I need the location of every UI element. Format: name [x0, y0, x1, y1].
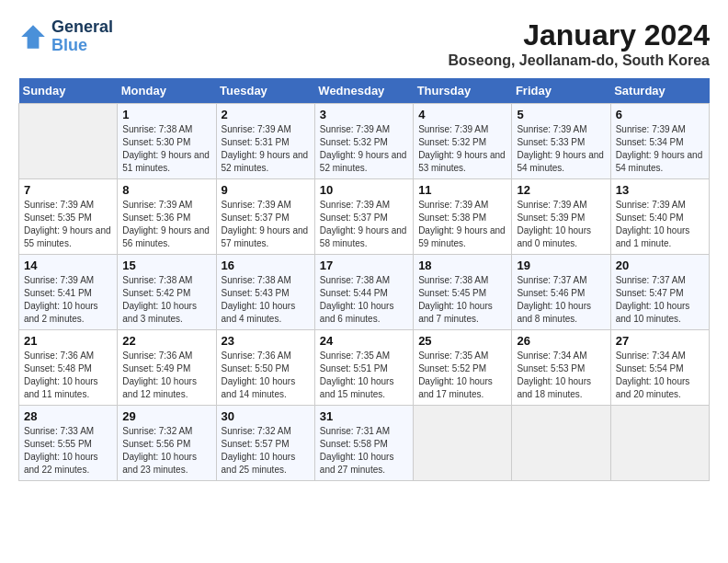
day-number: 12 [517, 183, 605, 197]
calendar-cell: 16Sunrise: 7:38 AM Sunset: 5:43 PM Dayli… [216, 255, 314, 330]
day-detail: Sunrise: 7:39 AM Sunset: 5:33 PM Dayligh… [517, 123, 605, 175]
calendar-cell: 3Sunrise: 7:39 AM Sunset: 5:32 PM Daylig… [314, 104, 413, 179]
day-number: 22 [122, 334, 210, 348]
calendar-cell: 27Sunrise: 7:34 AM Sunset: 5:54 PM Dayli… [610, 330, 709, 406]
day-detail: Sunrise: 7:36 AM Sunset: 5:50 PM Dayligh… [222, 350, 310, 401]
calendar-cell: 25Sunrise: 7:35 AM Sunset: 5:52 PM Dayli… [414, 330, 512, 406]
calendar-cell [512, 406, 610, 481]
day-detail: Sunrise: 7:39 AM Sunset: 5:32 PM Dayligh… [418, 123, 506, 175]
day-detail: Sunrise: 7:37 AM Sunset: 5:47 PM Dayligh… [616, 274, 704, 326]
day-detail: Sunrise: 7:32 AM Sunset: 5:57 PM Dayligh… [222, 425, 310, 477]
logo: General Blue [18, 18, 113, 55]
calendar-cell [414, 406, 512, 481]
calendar-cell: 30Sunrise: 7:32 AM Sunset: 5:57 PM Dayli… [216, 406, 314, 481]
day-number: 18 [418, 259, 506, 272]
day-number: 29 [122, 409, 210, 423]
day-number: 31 [320, 409, 408, 423]
day-number: 4 [418, 108, 506, 121]
day-number: 2 [222, 108, 310, 121]
calendar-cell: 17Sunrise: 7:38 AM Sunset: 5:44 PM Dayli… [314, 255, 413, 330]
day-detail: Sunrise: 7:38 AM Sunset: 5:42 PM Dayligh… [122, 274, 210, 326]
calendar-week-row: 28Sunrise: 7:33 AM Sunset: 5:55 PM Dayli… [19, 406, 710, 481]
calendar-cell: 10Sunrise: 7:39 AM Sunset: 5:37 PM Dayli… [314, 179, 413, 255]
calendar-cell: 23Sunrise: 7:36 AM Sunset: 5:50 PM Dayli… [216, 330, 314, 406]
day-number: 24 [320, 334, 408, 348]
calendar-cell: 15Sunrise: 7:38 AM Sunset: 5:42 PM Dayli… [118, 255, 216, 330]
calendar-week-row: 14Sunrise: 7:39 AM Sunset: 5:41 PM Dayli… [19, 255, 710, 330]
day-number: 14 [24, 259, 112, 272]
day-number: 9 [222, 183, 310, 197]
weekday-header-thursday: Thursday [414, 78, 512, 104]
day-detail: Sunrise: 7:39 AM Sunset: 5:38 PM Dayligh… [418, 199, 506, 250]
day-number: 15 [122, 259, 210, 272]
calendar-cell: 5Sunrise: 7:39 AM Sunset: 5:33 PM Daylig… [512, 104, 610, 179]
day-number: 19 [517, 259, 605, 272]
logo-icon [18, 22, 48, 52]
day-detail: Sunrise: 7:32 AM Sunset: 5:56 PM Dayligh… [122, 425, 210, 477]
day-detail: Sunrise: 7:36 AM Sunset: 5:48 PM Dayligh… [24, 350, 112, 401]
calendar-cell: 1Sunrise: 7:38 AM Sunset: 5:30 PM Daylig… [118, 104, 216, 179]
day-number: 5 [517, 108, 605, 121]
weekday-header-sunday: Sunday [19, 78, 118, 104]
calendar-cell: 31Sunrise: 7:31 AM Sunset: 5:58 PM Dayli… [314, 406, 413, 481]
day-detail: Sunrise: 7:38 AM Sunset: 5:43 PM Dayligh… [222, 274, 310, 326]
day-detail: Sunrise: 7:39 AM Sunset: 5:36 PM Dayligh… [122, 199, 210, 250]
day-number: 6 [616, 108, 704, 121]
calendar-cell: 7Sunrise: 7:39 AM Sunset: 5:35 PM Daylig… [19, 179, 118, 255]
day-detail: Sunrise: 7:39 AM Sunset: 5:39 PM Dayligh… [517, 199, 605, 250]
logo-text: General Blue [51, 18, 113, 55]
weekday-header-wednesday: Wednesday [314, 78, 413, 104]
calendar-cell: 8Sunrise: 7:39 AM Sunset: 5:36 PM Daylig… [118, 179, 216, 255]
day-detail: Sunrise: 7:31 AM Sunset: 5:58 PM Dayligh… [320, 425, 408, 477]
calendar-cell: 14Sunrise: 7:39 AM Sunset: 5:41 PM Dayli… [19, 255, 118, 330]
day-detail: Sunrise: 7:39 AM Sunset: 5:34 PM Dayligh… [616, 123, 704, 175]
calendar-cell: 13Sunrise: 7:39 AM Sunset: 5:40 PM Dayli… [610, 179, 709, 255]
day-number: 26 [517, 334, 605, 348]
day-number: 17 [320, 259, 408, 272]
weekday-header-tuesday: Tuesday [216, 78, 314, 104]
calendar-cell: 29Sunrise: 7:32 AM Sunset: 5:56 PM Dayli… [118, 406, 216, 481]
day-detail: Sunrise: 7:39 AM Sunset: 5:37 PM Dayligh… [320, 199, 408, 250]
calendar-table: SundayMondayTuesdayWednesdayThursdayFrid… [18, 78, 710, 481]
day-detail: Sunrise: 7:39 AM Sunset: 5:40 PM Dayligh… [616, 199, 704, 250]
day-detail: Sunrise: 7:39 AM Sunset: 5:35 PM Dayligh… [24, 199, 112, 250]
calendar-cell: 21Sunrise: 7:36 AM Sunset: 5:48 PM Dayli… [19, 330, 118, 406]
weekday-header-row: SundayMondayTuesdayWednesdayThursdayFrid… [19, 78, 710, 104]
day-number: 30 [222, 409, 310, 423]
day-detail: Sunrise: 7:35 AM Sunset: 5:51 PM Dayligh… [320, 350, 408, 401]
day-number: 23 [222, 334, 310, 348]
calendar-cell: 2Sunrise: 7:39 AM Sunset: 5:31 PM Daylig… [216, 104, 314, 179]
day-number: 1 [122, 108, 210, 121]
calendar-cell [610, 406, 709, 481]
calendar-subtitle: Boseong, Jeollanam-do, South Korea [449, 52, 710, 69]
day-number: 28 [24, 409, 112, 423]
day-detail: Sunrise: 7:39 AM Sunset: 5:37 PM Dayligh… [222, 199, 310, 250]
day-detail: Sunrise: 7:35 AM Sunset: 5:52 PM Dayligh… [418, 350, 506, 401]
day-detail: Sunrise: 7:33 AM Sunset: 5:55 PM Dayligh… [24, 425, 112, 477]
calendar-cell: 26Sunrise: 7:34 AM Sunset: 5:53 PM Dayli… [512, 330, 610, 406]
day-detail: Sunrise: 7:38 AM Sunset: 5:45 PM Dayligh… [418, 274, 506, 326]
day-number: 13 [616, 183, 704, 197]
calendar-cell: 28Sunrise: 7:33 AM Sunset: 5:55 PM Dayli… [19, 406, 118, 481]
calendar-cell: 4Sunrise: 7:39 AM Sunset: 5:32 PM Daylig… [414, 104, 512, 179]
day-detail: Sunrise: 7:37 AM Sunset: 5:46 PM Dayligh… [517, 274, 605, 326]
calendar-title: January 2024 [449, 18, 710, 52]
calendar-cell: 18Sunrise: 7:38 AM Sunset: 5:45 PM Dayli… [414, 255, 512, 330]
calendar-week-row: 7Sunrise: 7:39 AM Sunset: 5:35 PM Daylig… [19, 179, 710, 255]
day-number: 10 [320, 183, 408, 197]
calendar-cell: 9Sunrise: 7:39 AM Sunset: 5:37 PM Daylig… [216, 179, 314, 255]
day-detail: Sunrise: 7:39 AM Sunset: 5:32 PM Dayligh… [320, 123, 408, 175]
day-number: 11 [418, 183, 506, 197]
day-number: 8 [122, 183, 210, 197]
page-header: General Blue January 2024 Boseong, Jeoll… [18, 18, 710, 69]
calendar-cell: 11Sunrise: 7:39 AM Sunset: 5:38 PM Dayli… [414, 179, 512, 255]
day-detail: Sunrise: 7:38 AM Sunset: 5:30 PM Dayligh… [122, 123, 210, 175]
calendar-week-row: 21Sunrise: 7:36 AM Sunset: 5:48 PM Dayli… [19, 330, 710, 406]
calendar-cell: 12Sunrise: 7:39 AM Sunset: 5:39 PM Dayli… [512, 179, 610, 255]
calendar-cell: 6Sunrise: 7:39 AM Sunset: 5:34 PM Daylig… [610, 104, 709, 179]
weekday-header-friday: Friday [512, 78, 610, 104]
weekday-header-saturday: Saturday [610, 78, 709, 104]
svg-marker-0 [21, 25, 45, 49]
day-number: 25 [418, 334, 506, 348]
calendar-cell: 24Sunrise: 7:35 AM Sunset: 5:51 PM Dayli… [314, 330, 413, 406]
